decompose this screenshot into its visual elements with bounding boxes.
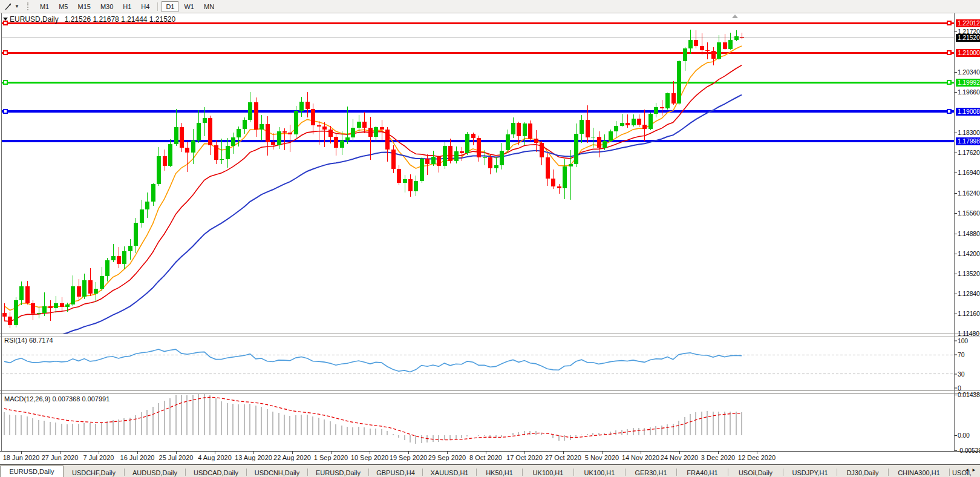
candle-body: [254, 102, 258, 130]
chart-tab-uk100-h1[interactable]: UK100,H1: [523, 469, 573, 477]
candle-body: [2, 313, 7, 317]
hline-marker[interactable]: [4, 110, 7, 113]
candle-body: [471, 134, 475, 138]
candle-body: [385, 130, 390, 150]
candle-body: [740, 37, 744, 38]
rsi-scale-label: 30: [958, 370, 964, 378]
date-label: 17 Oct 2020: [506, 454, 543, 461]
chart-tab-gbpusd-h4[interactable]: GBPUSD,H4: [369, 469, 422, 477]
candle-body: [506, 134, 510, 150]
candle-body: [299, 102, 304, 111]
candle-body: [483, 157, 487, 158]
chart-tab-xauusd-h1[interactable]: XAUUSD,H1: [423, 469, 476, 477]
date-label: 22 Aug 2020: [273, 454, 311, 461]
candle-body: [425, 159, 430, 165]
candle-body: [614, 126, 618, 131]
hline-marker[interactable]: [947, 81, 951, 84]
date-label: 27 Oct 2020: [545, 454, 581, 461]
candle-body: [88, 280, 93, 294]
legend-ohlc: 1.21526 1.21678 1.21444 1.21520: [65, 15, 176, 24]
candle-body: [569, 164, 573, 166]
candle-body: [180, 127, 184, 148]
chart-tab-dj30-daily[interactable]: DJ30,Daily: [837, 469, 888, 477]
candle-body: [105, 260, 109, 276]
chart-tab-usdjpy-h1[interactable]: USDJPY,H1: [783, 469, 837, 477]
candle-body: [723, 42, 727, 49]
candle-body: [60, 303, 64, 307]
hline-marker[interactable]: [947, 110, 951, 113]
candle-body: [163, 156, 167, 166]
chart-shift-marker-icon[interactable]: [732, 15, 738, 18]
horizontal-line-objects: [2, 21, 954, 141]
date-label: 7 Jul 2020: [83, 454, 114, 461]
candle-body: [551, 179, 555, 186]
date-label: 29 Sep 2020: [428, 454, 466, 461]
candle-body: [431, 157, 436, 165]
candle-body: [277, 131, 281, 145]
chart-tab-usdchf-daily[interactable]: USDCHF,Daily: [64, 469, 124, 477]
candle-body: [42, 306, 47, 313]
chart-tab-audusd-daily[interactable]: AUDUSD,Daily: [125, 469, 185, 477]
candle-body: [231, 137, 235, 146]
candle-body: [237, 129, 241, 137]
candle-body: [408, 179, 413, 191]
chart-tab-fra40-h1[interactable]: FRA40,H1: [677, 469, 728, 477]
price-tick-label: 1.12160: [958, 310, 980, 317]
candle-body: [511, 123, 515, 134]
chart-tab-eurusd-daily[interactable]: EURUSD,Daily: [308, 469, 368, 477]
candle-body: [122, 251, 126, 264]
price-line-label: 1.19008: [956, 108, 980, 116]
chart-tab-usoil-daily[interactable]: USOil,Daily: [728, 469, 783, 477]
moving-averages: [4, 46, 742, 352]
rsi-pane-splitter[interactable]: [0, 334, 980, 337]
candle-body: [591, 137, 595, 137]
hline-marker[interactable]: [4, 81, 7, 84]
candle-body: [260, 124, 264, 130]
price-axis-separator: [954, 13, 955, 452]
chart-tab-ger30-h1[interactable]: GER30,H1: [626, 469, 676, 477]
candle-body: [185, 148, 189, 153]
candle-body: [322, 127, 327, 130]
candle-body: [8, 317, 12, 325]
hline-marker[interactable]: [947, 51, 951, 54]
date-label: 25 Jul 2020: [159, 454, 194, 461]
window-menu-triangle-icon[interactable]: [3, 18, 8, 21]
hline-marker[interactable]: [4, 51, 7, 54]
candle-body: [632, 119, 636, 125]
chart-canvas[interactable]: [0, 0, 980, 464]
candle-body: [694, 40, 698, 47]
candle-body: [220, 159, 224, 160]
chart-tab-china300-h1[interactable]: CHINA300,H1: [889, 469, 949, 477]
candle-body: [494, 165, 498, 168]
candle-body: [437, 157, 441, 166]
candle-body: [140, 209, 144, 223]
candle-body: [328, 130, 333, 136]
tab-scroll-left-button[interactable]: ◄: [964, 467, 972, 473]
candle-body: [14, 300, 18, 325]
candle-body: [357, 122, 361, 128]
date-label: 13 Aug 2020: [235, 454, 272, 461]
candle-body: [283, 131, 287, 133]
candle-body: [174, 127, 178, 143]
chart-tab-usdcad-daily[interactable]: USDCAD,Daily: [186, 469, 246, 477]
chart-tab-hk50-h1[interactable]: HK50,H1: [477, 469, 522, 477]
chart-tab-uk100-h1[interactable]: UK100,H1: [574, 469, 625, 477]
candle-body: [705, 50, 710, 51]
candle-body: [25, 286, 30, 303]
candle-body: [677, 61, 681, 104]
candle-body: [597, 137, 601, 148]
candle-body: [626, 123, 630, 125]
rsi-scale-label: 70: [958, 351, 964, 358]
price-line-label: 1.21000: [956, 49, 980, 57]
tab-scroll-right-button[interactable]: ►: [972, 467, 979, 473]
candle-body: [460, 151, 464, 153]
hline-marker[interactable]: [947, 21, 951, 25]
candle-body: [397, 169, 401, 183]
candle-body: [654, 107, 658, 114]
chart-tab-usdcnh-daily[interactable]: USDCNH,Daily: [247, 469, 307, 477]
chart-tab-eurusd-daily[interactable]: EURUSD,Daily: [0, 465, 64, 477]
candle-body: [420, 159, 424, 181]
price-tick-label: 1.21720: [958, 28, 980, 35]
hline-marker[interactable]: [4, 21, 7, 25]
macd-pane-splitter[interactable]: [0, 390, 980, 394]
